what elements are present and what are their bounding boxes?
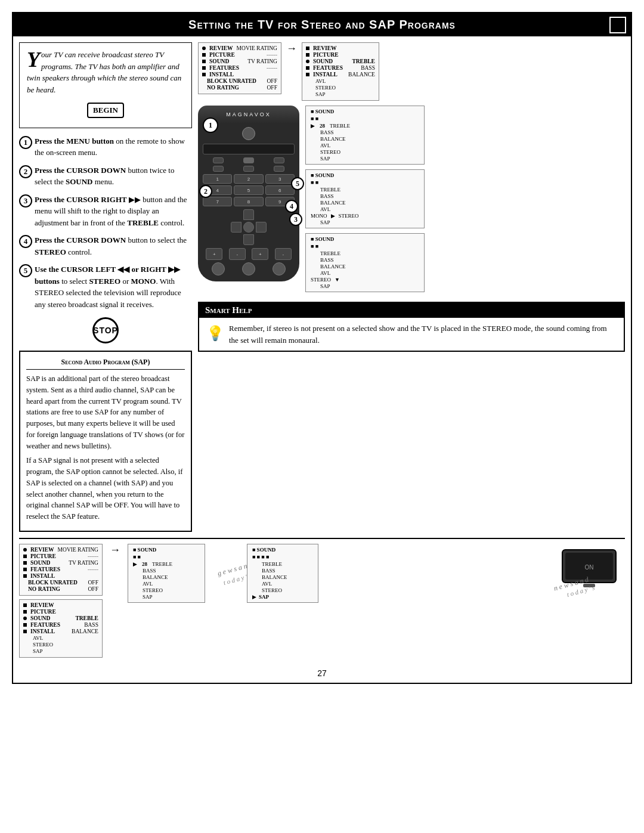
menu-panel-1: REVIEW MOVIE RATING PICTURE ------ SOUND…	[198, 42, 281, 94]
step-3-content: Press the CURSOR RIGHT ▶▶ button and the…	[35, 194, 192, 229]
remote-btn-4[interactable]	[213, 166, 224, 172]
section-divider	[19, 538, 625, 539]
remote-sleep-btn[interactable]	[213, 157, 224, 163]
sq-mp2-install	[306, 73, 309, 76]
menu-row-block: BLOCK UNRATED OFF	[202, 78, 277, 84]
step-bubble-5: 5	[291, 177, 304, 190]
page-container: Setting the TV for Stereo and SAP Progra…	[12, 12, 632, 684]
dpad-up[interactable]	[243, 209, 254, 220]
remote-power-button[interactable]	[242, 127, 255, 140]
begin-center: BEGIN	[27, 99, 184, 122]
remote-num-8[interactable]: 8	[234, 197, 263, 206]
remote-vol-row: + - + -	[203, 248, 295, 260]
bottom-arrow-1: →	[109, 544, 122, 556]
step-2-bold: Press the CURSOR DOWN	[35, 166, 126, 175]
remote-menu-btn[interactable]	[243, 157, 254, 163]
step-5: 5 Use the CURSOR LEFT ◀◀ or RIGHT ▶▶ but…	[19, 264, 192, 310]
center-right: REVIEW MOVIE RATING PICTURE ------ SOUND…	[198, 42, 625, 532]
sound-submenu-stereo: ■ SOUND ■ ■ TREBLE BASS BALANCE AVL STER…	[305, 233, 425, 292]
remote-num-6[interactable]: 6	[265, 185, 295, 195]
dpad-left[interactable]	[231, 222, 242, 233]
mp2-picture: PICTURE	[306, 52, 375, 58]
title-corner-box	[609, 17, 626, 33]
step-3-treble: TREBLE	[127, 218, 159, 227]
sq-install	[202, 73, 206, 76]
mp2-features: FEATURES BASS	[306, 65, 375, 71]
remote-vol-plus[interactable]: +	[206, 248, 222, 260]
dot-mp2-sound	[306, 60, 309, 63]
remote-top-buttons	[203, 157, 295, 163]
mp2-avl: AVL	[306, 78, 375, 84]
smart-help-label: Smart Help	[205, 305, 252, 315]
news-text-area: g e w s a n d t o d a y ' s ON ■ SOUND ■…	[211, 544, 625, 592]
remote-num-3[interactable]: 3	[265, 174, 295, 184]
remote-num-5[interactable]: 5	[234, 185, 263, 195]
title-bar: Setting the TV for Stereo and SAP Progra…	[13, 13, 631, 36]
menu-row-norating: NO RATING OFF	[202, 85, 277, 91]
arrow-1: →	[285, 42, 298, 55]
sap-text: SAP is an additional part of the stereo …	[26, 373, 185, 522]
step-2-number: 2	[19, 165, 32, 178]
step-4: 4 Press the CURSOR DOWN button to select…	[19, 234, 192, 258]
sq-features	[202, 66, 206, 70]
bottom-sound-panel-sap: ■ SOUND ■ ■ ■ ■ TREBLE BASS BALANCE AVL …	[247, 544, 318, 603]
right-panels-col: ■ SOUND ■ ■ ▶ 28 TREBLE BASS BALANCE AVL…	[305, 106, 425, 292]
sq-mp2-features	[306, 66, 309, 70]
drop-cap: Y	[27, 49, 40, 70]
remote-ch-minus[interactable]: -	[275, 248, 292, 260]
step-bubble-2: 2	[199, 185, 212, 198]
remote-brand: MAGNAVOX	[226, 112, 271, 117]
step-2-content: Press the CURSOR DOWN button twice to se…	[35, 165, 192, 188]
main-content: Your TV can receive broadcast stereo TV …	[13, 36, 631, 538]
remote-cursor-area	[203, 209, 295, 245]
step-1-content: Press the MENU button on the remote to s…	[35, 135, 192, 159]
menu-row-features: FEATURES ------	[202, 65, 277, 71]
remote-circle-3[interactable]	[273, 262, 286, 275]
remote-ch-plus[interactable]: +	[252, 248, 268, 260]
begin-badge: BEGIN	[87, 103, 124, 118]
sound-submenu-treble: ■ SOUND ■ ■ ▶ 28 TREBLE BASS BALANCE AVL…	[305, 106, 425, 165]
remote-circle-1[interactable]	[212, 262, 225, 275]
step-3: 3 Press the CURSOR RIGHT ▶▶ button and t…	[19, 194, 192, 229]
remote-circle-2[interactable]	[242, 262, 255, 275]
dpad-center[interactable]	[243, 222, 254, 233]
step-2: 2 Press the CURSOR DOWN button twice to …	[19, 165, 192, 188]
dot-review	[202, 47, 206, 50]
intro-body: our TV can receive broadcast stereo TV p…	[27, 50, 181, 94]
intro-text: Your TV can receive broadcast stereo TV …	[27, 49, 184, 95]
step-2-sound: SOUND	[66, 177, 93, 186]
bottom-menu-panel-2: REVIEW PICTURE SOUND TREBLE FEATURES BAS…	[19, 599, 103, 658]
smart-help-title: Smart Help	[199, 303, 624, 318]
remote-btn-5[interactable]	[243, 166, 254, 172]
remote-vol-minus[interactable]: -	[229, 248, 246, 260]
bottom-sound-panel-treble: ■ SOUND ■ ■ ▶ 28 TREBLE BASS BALANCE AVL…	[128, 544, 205, 603]
remote-numpad: 1 2 3 4 5 6 7 8 9	[203, 174, 295, 206]
intro-box: Your TV can receive broadcast stereo TV …	[19, 42, 192, 128]
bottom-menu-panel-1: REVIEW MOVIE RATING PICTURE ------ SOUND…	[19, 544, 103, 596]
step-bubble-3: 3	[289, 213, 302, 226]
step-5-number: 5	[19, 264, 32, 277]
page-number-text: 27	[317, 668, 327, 678]
remote-btn-6[interactable]	[274, 166, 284, 172]
remote-panels-row: 1 MAGNAVOX	[198, 106, 625, 292]
step-5-mono: MONO	[131, 277, 156, 286]
remote-mid-buttons	[203, 166, 295, 172]
stop-circle: STOP	[92, 317, 119, 343]
bottom-section: REVIEW MOVIE RATING PICTURE ------ SOUND…	[13, 544, 631, 664]
lightbulb-icon: 💡	[206, 323, 224, 344]
sq-picture	[202, 53, 206, 57]
step-4-content: Press the CURSOR DOWN button to select t…	[35, 234, 192, 258]
sq-mp2-picture	[306, 53, 309, 57]
page-number: 27	[13, 664, 631, 683]
mp2-sound: SOUND TREBLE	[306, 58, 375, 64]
dpad-right[interactable]	[256, 222, 267, 233]
mp2-sap: SAP	[306, 91, 375, 97]
remote-num-7[interactable]: 7	[203, 197, 232, 206]
menu-row-picture: PICTURE ------	[202, 52, 277, 58]
step-5-stereo: STEREO	[89, 277, 120, 286]
remote-num-1[interactable]: 1	[203, 174, 232, 184]
remote-num-2[interactable]: 2	[234, 174, 263, 184]
dpad-down[interactable]	[243, 234, 254, 245]
menu-panel-2: REVIEW PICTURE SOUND TREBLE FEATURES	[302, 42, 379, 101]
remote-btn-3[interactable]	[274, 157, 284, 163]
